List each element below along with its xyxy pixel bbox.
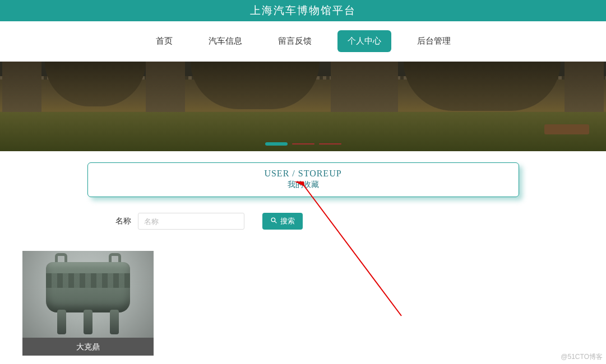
section-title-en: USER / STOREUP xyxy=(88,169,519,179)
carousel-dot-2[interactable] xyxy=(292,143,314,144)
watermark: @51CTO博客 xyxy=(561,352,603,362)
result-card-image xyxy=(22,251,154,338)
site-title: 上海汽车博物馆平台 xyxy=(0,0,606,21)
hero-decor xyxy=(544,124,589,134)
svg-point-0 xyxy=(271,218,275,222)
carousel-dot-3[interactable] xyxy=(319,143,341,144)
search-label: 名称 xyxy=(115,216,131,226)
carousel-dot-1[interactable] xyxy=(265,142,288,146)
hero-decor xyxy=(191,62,320,109)
search-row: 名称 搜索 xyxy=(87,213,519,230)
result-grid: 大克鼎 xyxy=(0,251,606,356)
search-icon xyxy=(270,217,277,226)
nav-home[interactable]: 首页 xyxy=(146,30,183,52)
search-input[interactable] xyxy=(138,213,244,230)
nav-bar: 首页 汽车信息 留言反馈 个人中心 后台管理 xyxy=(0,21,606,62)
nav-user-center[interactable]: 个人中心 xyxy=(337,30,391,52)
hero-carousel[interactable] xyxy=(0,62,606,151)
svg-line-1 xyxy=(275,221,276,223)
section-title-cn: 我的收藏 xyxy=(88,180,519,190)
section-title-box: USER / STOREUP 我的收藏 xyxy=(87,162,519,197)
nav-admin[interactable]: 后台管理 xyxy=(407,30,461,52)
hero-decor xyxy=(404,62,561,111)
hero-decor xyxy=(565,62,604,112)
hero-decor xyxy=(146,62,185,112)
hero-decor xyxy=(45,62,146,106)
result-card[interactable]: 大克鼎 xyxy=(22,251,154,356)
search-button-label: 搜索 xyxy=(280,216,295,226)
result-card-title: 大克鼎 xyxy=(22,338,154,356)
carousel-dots xyxy=(265,142,341,146)
nav-car-info[interactable]: 汽车信息 xyxy=(198,30,252,52)
search-button[interactable]: 搜索 xyxy=(262,213,303,230)
hero-decor xyxy=(331,62,398,112)
nav-feedback[interactable]: 留言反馈 xyxy=(268,30,322,52)
hero-decor xyxy=(2,62,41,112)
